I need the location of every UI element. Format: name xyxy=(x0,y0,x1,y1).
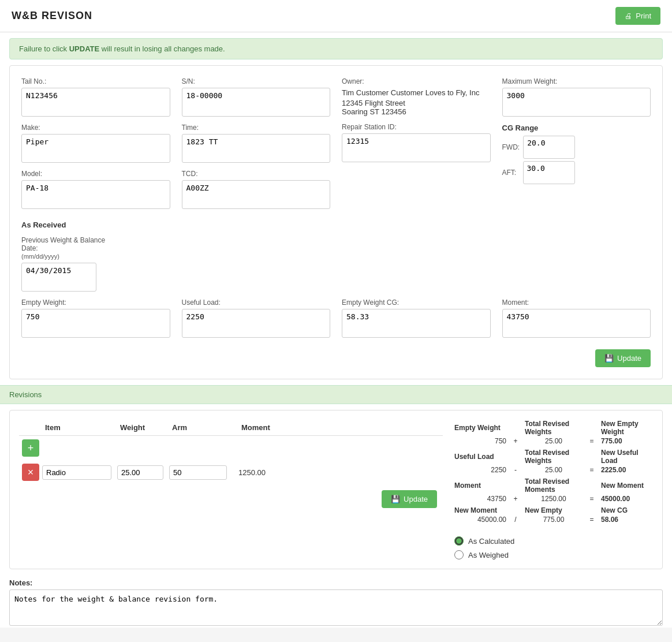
calc-ul-lbl: Useful Load xyxy=(454,453,506,461)
tail-no-label: Tail No.: xyxy=(21,77,170,85)
prev-wb-date-sublabel: (mm/dd/yyyy) xyxy=(21,253,59,260)
calc-new-mom-val: 45000.00 xyxy=(601,495,653,503)
calc-new-empty-val: 775.00 xyxy=(525,516,583,524)
owner-address1: 12345 Flight Street xyxy=(342,99,491,107)
owner-name: Tim Customer Customer Loves to Fly, Inc xyxy=(342,87,491,99)
useful-load-group: Useful Load: 2250 xyxy=(182,298,331,338)
calc-eq3: = xyxy=(586,495,598,503)
revision-item-input[interactable] xyxy=(42,465,111,480)
calc-ew-val: 750 xyxy=(454,437,506,445)
calc-trm-val: 1250.00 xyxy=(525,495,583,503)
max-weight-label: Maximum Weight: xyxy=(502,77,651,85)
radio-as-weighed-label: As Weighed xyxy=(468,551,509,559)
radio-as-weighed: As Weighed xyxy=(454,550,653,559)
owner-block: Owner: Tim Customer Customer Loves to Fl… xyxy=(342,77,491,116)
col-arm-header: Arm xyxy=(169,423,238,432)
radio-as-calculated: As Calculated xyxy=(454,536,653,546)
calc-new-cg-lbl: New CG xyxy=(601,506,653,514)
alert-text-bold: UPDATE xyxy=(69,44,99,53)
as-received-grid: Empty Weight: 750 Useful Load: 2250 Empt… xyxy=(21,298,651,338)
calc-op3: + xyxy=(510,495,521,503)
as-received-title: As Received xyxy=(21,221,651,229)
notes-section: Notes: Notes for the weight & balance re… xyxy=(9,578,663,628)
repair-station-group: Repair Station ID: 12315 xyxy=(342,123,491,162)
floppy-icon-main xyxy=(604,354,614,363)
max-weight-input[interactable]: 3000 xyxy=(502,88,651,117)
model-input[interactable]: PA-18 xyxy=(21,180,170,209)
revision-row: × 1250.00 xyxy=(19,460,443,484)
alert-banner: Failure to click UPDATE will result in l… xyxy=(9,38,663,59)
time-input[interactable]: 1823 TT xyxy=(182,134,331,163)
calc-eq2: = xyxy=(586,466,598,474)
cg-aft-input[interactable]: 30.0 xyxy=(523,161,575,184)
tcd-input[interactable]: A00ZZ xyxy=(182,180,331,209)
empty-weight-cg-label: Empty Weight CG: xyxy=(342,298,491,307)
make-label: Make: xyxy=(21,124,170,132)
calc-trw-lbl: Total Revised Weights xyxy=(525,420,583,436)
calc-trw2-val: 25.00 xyxy=(525,466,583,474)
revision-update-row: Update xyxy=(19,490,443,508)
alert-text-pre: Failure to click xyxy=(19,44,69,53)
print-button[interactable]: Print xyxy=(615,7,660,25)
revision-add-row: + xyxy=(19,436,443,460)
notes-input[interactable]: Notes for the weight & balance revision … xyxy=(9,589,663,626)
revision-arm-input[interactable] xyxy=(169,465,227,480)
revision-moment-value: 1250.00 xyxy=(238,468,266,477)
add-revision-button[interactable]: + xyxy=(22,439,39,457)
floppy-icon-revisions xyxy=(391,495,400,503)
update-button-main[interactable]: Update xyxy=(595,349,651,367)
repair-station-label: Repair Station ID: xyxy=(342,123,491,131)
calc-new-empty-lbl: New Empty xyxy=(525,506,583,514)
prev-wb-date-group: Previous Weight & Balance Date: (mm/dd/y… xyxy=(21,236,114,292)
calc-new-mom-lbl: New Moment xyxy=(601,481,653,490)
empty-weight-input[interactable]: 750 xyxy=(21,309,170,338)
revision-table-area: Item Weight Arm Moment + × xyxy=(19,420,443,559)
calc-trw-val: 25.00 xyxy=(525,437,583,445)
empty-weight-group: Empty Weight: 750 xyxy=(21,298,170,338)
calc-eq1: = xyxy=(586,437,598,445)
tcd-group: TCD: A00ZZ xyxy=(182,170,331,209)
owner-label: Owner: xyxy=(342,77,491,85)
make-input[interactable]: Piper xyxy=(21,134,170,163)
cg-range-block: CG Range FWD: 20.0 AFT: 30.0 xyxy=(502,124,651,186)
revisions-header: Revisions xyxy=(0,385,672,404)
calc-trw2-lbl: Total Revised Weights xyxy=(525,449,583,465)
max-weight-group: Maximum Weight: 3000 xyxy=(502,77,651,117)
revision-table-header: Item Weight Arm Moment xyxy=(19,420,443,436)
sn-input[interactable]: 18-00000 xyxy=(182,88,331,117)
printer-icon xyxy=(625,12,632,20)
moment-label: Moment: xyxy=(502,298,651,307)
col-weight-header: Weight xyxy=(117,423,169,432)
revision-weight-input[interactable] xyxy=(117,465,163,480)
revisions-section: Item Weight Arm Moment + × xyxy=(9,410,663,569)
update-label-main: Update xyxy=(617,354,641,363)
main-form-section: Tail No.: N123456 Make: Piper Model: PA-… xyxy=(9,65,663,379)
remove-revision-button[interactable]: × xyxy=(22,464,39,481)
calc-new-mom-lbl2: New Moment xyxy=(454,506,506,514)
prev-wb-date-input[interactable]: 04/30/2015 xyxy=(21,263,96,292)
calc-trm-lbl: Total Revised Moments xyxy=(525,477,583,494)
cg-fwd-input[interactable]: 20.0 xyxy=(523,136,575,159)
update-label-revisions: Update xyxy=(404,495,428,503)
empty-weight-cg-input[interactable]: 58.33 xyxy=(342,309,491,338)
calc-ew-lbl: Empty Weight xyxy=(454,424,506,432)
make-group: Make: Piper xyxy=(21,124,170,163)
repair-station-input[interactable]: 12315 xyxy=(342,133,491,162)
radio-group: As Calculated As Weighed xyxy=(454,536,653,559)
tail-no-input[interactable]: N123456 xyxy=(21,88,170,117)
calc-panel: Empty Weight Total Revised Weights New E… xyxy=(454,420,653,559)
useful-load-input[interactable]: 2250 xyxy=(182,309,331,338)
update-button-revisions[interactable]: Update xyxy=(382,490,437,508)
radio-as-weighed-input[interactable] xyxy=(454,550,464,559)
notes-label: Notes: xyxy=(9,578,663,587)
moment-input[interactable]: 43750 xyxy=(502,309,651,338)
cg-fwd-label: FWD: xyxy=(502,143,520,151)
radio-as-calculated-label: As Calculated xyxy=(468,537,514,546)
col-moment-header: Moment xyxy=(238,423,296,432)
time-label: Time: xyxy=(182,124,331,132)
prev-wb-date-label: Previous Weight & Balance Date: (mm/dd/y… xyxy=(21,236,114,260)
empty-weight-cg-group: Empty Weight CG: 58.33 xyxy=(342,298,491,338)
revisions-title: Revisions xyxy=(9,390,42,399)
calc-new-cg-val: 58.06 xyxy=(601,516,653,524)
radio-as-calculated-input[interactable] xyxy=(454,536,464,546)
